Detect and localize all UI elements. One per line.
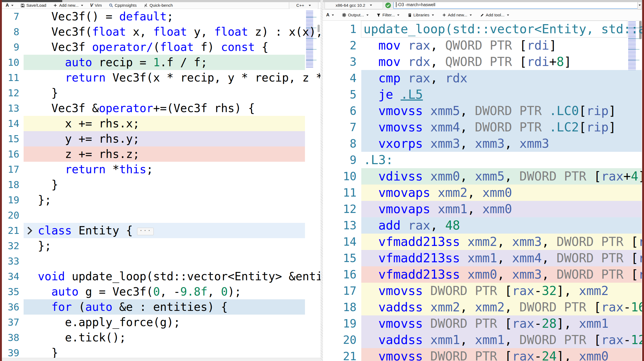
asm-line[interactable]: 3 mov rdx, QWORD PTR [rdi+8] <box>323 54 642 70</box>
asm-font-size-menu[interactable]: A <box>326 12 334 18</box>
asm-line[interactable]: 20 vaddss xmm1, xmm1, DWORD PTR [rax-12] <box>323 332 642 348</box>
source-line[interactable]: 12 } <box>2 85 321 101</box>
source-code-editor[interactable]: 7 Vec3f() = default;8 Vec3f(float x, flo… <box>2 9 321 358</box>
compiler-selector[interactable]: x86-64 gcc 10.2 <box>325 1 383 9</box>
language-selector[interactable]: C++ <box>289 2 318 9</box>
source-line[interactable]: 14 x += rhs.x; <box>2 116 321 131</box>
fold-chevron-icon[interactable] <box>27 226 33 236</box>
font-size-menu[interactable]: A <box>6 3 13 8</box>
source-line[interactable]: 38 e.tick(); <box>2 330 321 345</box>
gear-icon <box>342 13 346 17</box>
asm-line[interactable]: 4 cmp rax, rdx <box>323 70 642 86</box>
chevron-down-icon <box>81 5 83 6</box>
source-line[interactable]: 16 z += rhs.z; <box>2 146 321 162</box>
asm-line[interactable]: 12 vmovaps xmm1, xmm0 <box>323 201 642 217</box>
font-menu-label: A <box>6 3 9 8</box>
add-new-menu[interactable]: Add new... <box>53 3 83 8</box>
code-text: vmovss xmm4, DWORD PTR .LC2[rip] <box>363 119 616 135</box>
source-line[interactable]: 17 return *this; <box>2 162 321 177</box>
asm-line[interactable]: 10 vdivss xmm0, xmm5, DWORD PTR [rax+4] <box>323 168 642 185</box>
code-text: Vec3f() = default; <box>38 9 174 24</box>
line-number: 1 <box>323 21 356 37</box>
compiler-explorer-window: A Save/Load Add new... V Vim <box>0 0 644 361</box>
cppinsights-button[interactable]: CppInsights <box>109 3 137 8</box>
code-text: void update_loop(std::vector<Entity> &en… <box>38 269 321 284</box>
source-line[interactable]: 39 } <box>2 345 321 358</box>
line-number: 35 <box>2 284 19 299</box>
output-menu[interactable]: Output... <box>342 13 368 17</box>
source-line[interactable]: 10 auto recip = 1.f / f; <box>2 55 321 70</box>
source-line[interactable]: 11 return Vec3f(x * recip, y * recip, z … <box>2 70 321 85</box>
asm-line[interactable]: 15 vfmadd213ss xmm1, xmm4, DWORD PTR [ra… <box>323 250 642 266</box>
source-line[interactable]: 13 Vec3f &operator+=(Vec3f rhs) { <box>2 101 321 116</box>
source-line[interactable]: 9 Vec3f operator/(float f) const { <box>2 39 321 55</box>
compile-status-icon <box>385 2 391 8</box>
font-menu-label: A <box>326 12 329 18</box>
asm-line[interactable]: 1update_loop(std::vector<Entity, std::al… <box>323 21 642 37</box>
save-load-button[interactable]: Save/Load <box>20 3 46 8</box>
source-line[interactable]: 19}; <box>2 192 321 208</box>
source-editor-pane: A Save/Load Add new... V Vim <box>2 2 321 361</box>
source-line[interactable]: 20 <box>2 208 321 223</box>
line-number: 20 <box>323 332 356 348</box>
asm-line[interactable]: 6 vmovss xmm5, DWORD PTR .LC0[rip] <box>323 103 642 119</box>
code-text: } <box>38 177 58 192</box>
asm-line[interactable]: 21 vmovss DWORD PTR [rax-24], xmm0 <box>323 348 642 361</box>
asm-line[interactable]: 14 vfmadd213ss xmm2, xmm3, DWORD PTR [ra… <box>323 234 642 250</box>
libraries-menu[interactable]: Libraries <box>407 13 434 17</box>
line-number: 4 <box>323 70 356 86</box>
asm-line[interactable]: 19 vmovss DWORD PTR [rax-28], xmm1 <box>323 315 642 332</box>
chevron-down-icon <box>366 14 369 16</box>
line-number: 11 <box>2 70 19 85</box>
asm-add-new-menu[interactable]: Add new... <box>442 13 472 17</box>
magnifier-icon <box>109 3 113 8</box>
asm-line[interactable]: 17 vmovss DWORD PTR [rax-32], xmm2 <box>323 283 642 299</box>
source-line[interactable]: 18 } <box>2 177 321 192</box>
line-number: 7 <box>2 9 19 24</box>
source-line[interactable]: 33 <box>2 253 321 269</box>
source-line[interactable]: 8 Vec3f(float x, float y, float z) : x(x… <box>2 24 321 39</box>
filter-menu[interactable]: Filter... <box>377 13 400 17</box>
source-line[interactable]: 7 Vec3f() = default; <box>2 9 321 24</box>
code-text: return *this; <box>38 162 153 177</box>
save-load-label: Save/Load <box>26 3 46 8</box>
add-new-label: Add new... <box>59 3 78 8</box>
chevron-down-icon <box>470 14 472 16</box>
source-line[interactable]: 15 y += rhs.y; <box>2 131 321 146</box>
line-number: 18 <box>323 299 356 315</box>
source-line[interactable]: 36 for (auto &e : entities) { <box>2 299 321 315</box>
pane-splitter[interactable] <box>321 0 323 361</box>
source-line[interactable]: 34void update_loop(std::vector<Entity> &… <box>2 269 321 284</box>
asm-line[interactable]: 7 vmovss xmm4, DWORD PTR .LC2[rip] <box>323 119 642 135</box>
code-text: vmovss DWORD PTR [rax-28], xmm1 <box>363 315 609 332</box>
line-number: 8 <box>323 135 356 152</box>
asm-line[interactable]: 2 mov rax, QWORD PTR [rdi] <box>323 37 642 54</box>
folded-region-badge[interactable]: ··· <box>137 228 154 235</box>
code-text: z += rhs.z; <box>38 146 139 162</box>
code-text: je .L5 <box>363 86 423 103</box>
asm-line[interactable]: 9.L3: <box>323 152 642 168</box>
line-number: 13 <box>323 217 356 234</box>
asm-line[interactable]: 18 vaddss xmm2, xmm2, DWORD PTR [rax-16] <box>323 299 642 315</box>
line-number: 17 <box>2 162 19 177</box>
source-line[interactable]: 37 e.apply_force(g); <box>2 315 321 330</box>
code-text: .L3: <box>363 152 393 168</box>
asm-line[interactable]: 8 vxorps xmm3, xmm3, xmm3 <box>323 135 642 152</box>
add-tool-menu[interactable]: Add tool... <box>480 13 509 17</box>
asm-line[interactable]: 13 add rax, 48 <box>323 217 642 234</box>
source-line[interactable]: 35 auto g = Vec3f(0, -9.8f, 0); <box>2 284 321 299</box>
chevron-down-icon <box>370 5 372 6</box>
asm-line[interactable]: 5 je .L5 <box>323 86 642 103</box>
vim-toggle[interactable]: V Vim <box>90 3 102 8</box>
asm-output-editor[interactable]: 1update_loop(std::vector<Entity, std::al… <box>323 21 642 361</box>
line-number: 32 <box>2 238 19 253</box>
asm-line[interactable]: 11 vmovaps xmm2, xmm0 <box>323 185 642 201</box>
line-number: 16 <box>323 266 356 283</box>
source-line[interactable]: 21class Entity {··· <box>2 223 321 238</box>
asm-line[interactable]: 16 vfmadd213ss xmm0, xmm3, DWORD PTR [ra… <box>323 266 642 283</box>
options-dropdown-button[interactable] <box>637 1 642 9</box>
language-label: C++ <box>296 3 304 8</box>
quickbench-button[interactable]: Quick-bench <box>143 3 173 8</box>
code-text: vdivss xmm0, xmm5, DWORD PTR [rax+4] <box>363 168 642 185</box>
source-line[interactable]: 32}; <box>2 238 321 253</box>
